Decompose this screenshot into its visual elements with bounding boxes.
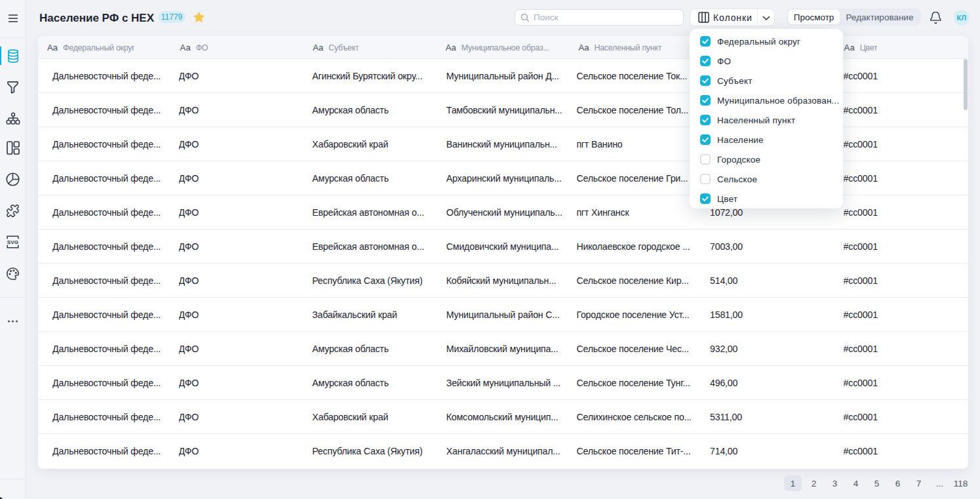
svg-text:SVG: SVG [7,239,19,245]
